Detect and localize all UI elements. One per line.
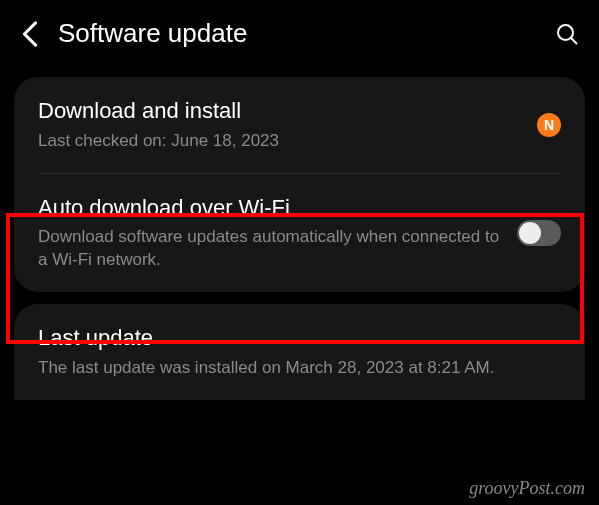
settings-card: Download and install Last checked on: Ju…	[14, 77, 585, 292]
auto-download-toggle[interactable]	[517, 220, 561, 246]
notification-badge: N	[537, 113, 561, 137]
item-title: Last update	[38, 324, 561, 353]
chevron-left-icon	[20, 20, 40, 48]
header: Software update	[0, 0, 599, 65]
download-and-install-item[interactable]: Download and install Last checked on: Ju…	[14, 77, 585, 173]
search-icon	[555, 22, 579, 46]
item-text: Download and install Last checked on: Ju…	[38, 97, 521, 153]
item-text: Last update The last update was installe…	[38, 324, 561, 380]
back-button[interactable]	[20, 20, 40, 48]
search-button[interactable]	[555, 22, 579, 46]
svg-line-1	[572, 38, 577, 43]
svg-point-0	[558, 25, 573, 40]
last-update-card: Last update The last update was installe…	[14, 304, 585, 400]
page-title: Software update	[58, 18, 555, 49]
item-subtitle: Last checked on: June 18, 2023	[38, 130, 521, 153]
item-subtitle: The last update was installed on March 2…	[38, 357, 561, 380]
item-title: Download and install	[38, 97, 521, 126]
toggle-knob	[519, 222, 541, 244]
item-title: Auto download over Wi-Fi	[38, 194, 501, 223]
item-text: Auto download over Wi-Fi Download softwa…	[38, 194, 501, 272]
auto-download-wifi-item[interactable]: Auto download over Wi-Fi Download softwa…	[14, 174, 585, 292]
item-subtitle: Download software updates automatically …	[38, 226, 501, 272]
watermark: groovyPost.com	[469, 478, 585, 499]
last-update-item[interactable]: Last update The last update was installe…	[14, 304, 585, 400]
